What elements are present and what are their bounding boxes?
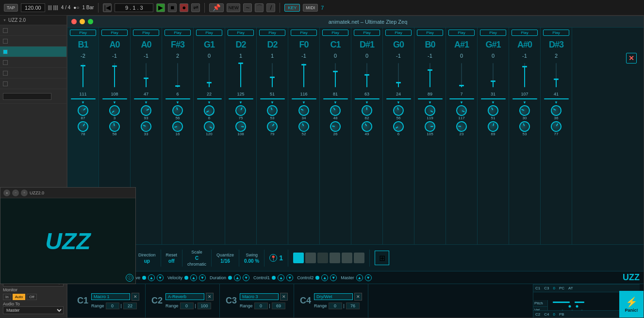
macro-c1-min[interactable]	[106, 302, 119, 309]
macro-c1-max[interactable]	[123, 302, 137, 309]
velocity-slider[interactable]	[258, 61, 287, 90]
track-name-input[interactable]	[3, 93, 51, 100]
monitor-off-btn[interactable]: Off	[27, 294, 37, 300]
knob-1[interactable]	[423, 103, 437, 118]
track-checkbox[interactable]	[3, 28, 8, 33]
velocity-slider[interactable]	[321, 61, 350, 90]
audio-to-select[interactable]: Master	[3, 306, 64, 314]
macro-c4-min[interactable]	[329, 302, 342, 309]
nav-pin-icon[interactable]: 📍	[269, 254, 277, 262]
control1-up-btn[interactable]: ▲	[278, 274, 284, 281]
track-checkbox-active[interactable]	[3, 49, 8, 54]
velocity-slider[interactable]	[100, 61, 129, 90]
seq-play-btn[interactable]: Play	[133, 30, 159, 36]
velocity-down-btn[interactable]: ▼	[199, 274, 206, 281]
seq-play-btn[interactable]: Play	[512, 30, 538, 36]
knob-1[interactable]	[202, 103, 216, 118]
grid-icon[interactable]: ⊞	[375, 251, 389, 265]
knob-2[interactable]	[391, 119, 406, 134]
knob-1[interactable]	[392, 104, 405, 117]
knob-2[interactable]	[76, 119, 90, 134]
control2-up-btn[interactable]: ▲	[321, 274, 328, 281]
velocity-slider[interactable]	[132, 61, 161, 90]
metronome-icon[interactable]: ●○	[73, 5, 79, 10]
track-item-active[interactable]	[0, 47, 66, 57]
macro-c3-name-input[interactable]	[240, 293, 279, 300]
knob-1[interactable]	[549, 103, 563, 118]
play-button[interactable]: ▶	[156, 3, 165, 12]
knob-1[interactable]	[76, 103, 91, 118]
track-item[interactable]	[0, 25, 66, 36]
track-checkbox[interactable]	[3, 71, 8, 76]
velocity-slider[interactable]	[479, 61, 508, 90]
swatch-cyan[interactable]	[293, 253, 304, 263]
velocity-slider[interactable]	[447, 61, 476, 90]
velocity-up-btn[interactable]: ▲	[190, 274, 197, 281]
seq-play-btn[interactable]: Play	[543, 30, 569, 36]
macro-c2-min[interactable]	[180, 302, 194, 309]
macro-c2-delete-btn[interactable]: ✕	[206, 293, 214, 301]
knob-1[interactable]	[455, 104, 469, 118]
midi-button[interactable]: MIDI	[303, 4, 318, 12]
stop-button[interactable]: ■	[168, 3, 177, 12]
seq-play-btn[interactable]: Play	[165, 30, 191, 36]
macro-c2-max[interactable]	[198, 302, 211, 309]
velocity-slider[interactable]	[68, 61, 98, 90]
seq-play-btn[interactable]: Play	[354, 30, 380, 36]
velocity-slider[interactable]	[163, 61, 192, 90]
automation-button[interactable]: ~	[243, 3, 252, 12]
pin-button[interactable]: 📌	[209, 3, 224, 12]
octave-up-btn[interactable]: ▲	[148, 274, 155, 281]
seq-play-btn[interactable]: Play	[259, 30, 285, 36]
key-button[interactable]: KEY	[284, 4, 300, 12]
knob-2[interactable]	[235, 121, 247, 132]
knob-1[interactable]	[233, 103, 248, 117]
octave-down-btn[interactable]: ▼	[157, 274, 164, 281]
swatch-dark2[interactable]	[317, 253, 328, 263]
skip-back-button[interactable]: |◀	[103, 3, 112, 12]
master-down-btn[interactable]: ▼	[365, 274, 372, 281]
knob-2[interactable]	[360, 119, 374, 134]
macro-c4-delete-btn[interactable]: ✕	[354, 293, 362, 301]
seq-play-btn[interactable]: Play	[417, 30, 443, 36]
seq-play-btn[interactable]: Play	[228, 30, 254, 36]
knob-1[interactable]	[297, 103, 311, 118]
track-checkbox[interactable]	[3, 60, 8, 65]
seq-play-btn[interactable]: Play	[196, 30, 222, 36]
maximize-dot[interactable]	[88, 19, 93, 24]
knob-2[interactable]	[265, 119, 280, 134]
seq-play-btn[interactable]: Play	[385, 30, 412, 36]
seq-play-btn[interactable]: Play	[291, 30, 317, 36]
macro-c4-name-input[interactable]	[314, 293, 353, 300]
seq-play-btn[interactable]: Play	[322, 30, 348, 36]
track-item[interactable]	[0, 89, 66, 104]
envelope-button[interactable]: ⌒	[255, 3, 264, 12]
record-button[interactable]: ●	[180, 3, 188, 12]
control1-down-btn[interactable]: ▼	[286, 274, 293, 281]
macro-c2-name-input[interactable]	[165, 293, 204, 300]
duration-up-btn[interactable]: ▲	[234, 274, 241, 281]
loop-display[interactable]: 1 Bar	[82, 5, 94, 10]
knob-1[interactable]	[361, 105, 372, 116]
master-up-btn[interactable]: ▲	[356, 274, 363, 281]
velocity-slider[interactable]	[352, 61, 381, 90]
knob-2[interactable]	[549, 119, 563, 134]
knob-2[interactable]	[518, 120, 532, 134]
seq-play-btn[interactable]: Play	[101, 30, 128, 36]
bpm-display[interactable]: 120.00	[21, 3, 45, 12]
seq-play-btn[interactable]: Play	[480, 30, 506, 36]
uzz-close-btn[interactable]: ●	[3, 190, 10, 196]
seq-play-btn[interactable]: Play	[448, 30, 475, 36]
velocity-slider[interactable]	[226, 61, 255, 90]
track-item[interactable]	[0, 79, 66, 89]
macro-c1-name-input[interactable]	[91, 293, 130, 300]
swatch-dark5[interactable]	[354, 253, 364, 263]
monitor-in-btn[interactable]: In	[3, 294, 11, 300]
swatch-dark4[interactable]	[342, 253, 352, 263]
velocity-slider[interactable]	[384, 61, 413, 90]
knob-2[interactable]	[108, 120, 121, 133]
knob-2[interactable]	[139, 119, 153, 133]
knob-2[interactable]	[487, 120, 499, 133]
monitor-auto-btn[interactable]: Auto	[13, 294, 25, 300]
macro-c3-max[interactable]	[272, 302, 285, 309]
